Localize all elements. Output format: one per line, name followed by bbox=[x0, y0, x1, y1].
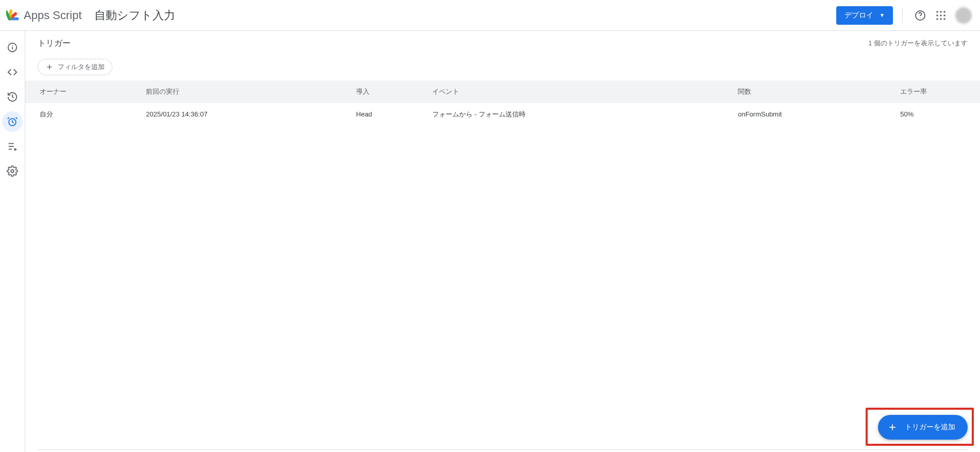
product-name: Apps Script bbox=[24, 9, 82, 22]
th-last-run[interactable]: 前回の実行 bbox=[140, 80, 350, 103]
page-title: トリガー bbox=[38, 38, 71, 49]
trigger-count-text: 1 個のトリガーを表示しています bbox=[868, 39, 968, 48]
cell-function: onFormSubmit bbox=[732, 103, 894, 126]
logo-area[interactable]: Apps Script bbox=[6, 8, 82, 23]
code-icon bbox=[7, 66, 18, 78]
th-owner[interactable]: オーナー bbox=[25, 80, 140, 103]
svg-line-19 bbox=[8, 118, 9, 119]
svg-point-10 bbox=[940, 14, 942, 16]
info-icon bbox=[7, 42, 18, 53]
left-nav bbox=[0, 31, 25, 452]
deploy-label: デプロイ bbox=[844, 11, 873, 20]
fab-label: トリガーを追加 bbox=[905, 423, 955, 432]
svg-point-7 bbox=[940, 11, 942, 13]
project-name[interactable]: 自動シフト入力 bbox=[94, 8, 175, 23]
nav-executions[interactable] bbox=[2, 136, 23, 157]
apps-grid-icon bbox=[935, 9, 947, 22]
svg-point-12 bbox=[936, 18, 938, 20]
svg-point-6 bbox=[936, 11, 938, 13]
triggers-table: オーナー 前回の実行 導入 イベント 関数 エラー率 自分 2025/01/23… bbox=[25, 80, 980, 126]
cell-error-rate: 50% bbox=[894, 103, 980, 126]
add-filter-chip[interactable]: フィルタを追加 bbox=[38, 59, 112, 75]
plus-icon bbox=[45, 63, 54, 71]
cell-event: フォームから - フォーム送信時 bbox=[426, 103, 732, 126]
nav-editor[interactable] bbox=[2, 62, 23, 82]
footer-divider bbox=[38, 449, 968, 450]
history-icon bbox=[7, 91, 18, 103]
apps-launcher-button[interactable] bbox=[931, 5, 951, 26]
cell-last-run: 2025/01/23 14:36:07 bbox=[140, 103, 350, 126]
main-content: トリガー 1 個のトリガーを表示しています フィルタを追加 オーナー 前回の実行… bbox=[25, 31, 980, 452]
svg-point-11 bbox=[943, 14, 945, 16]
svg-point-8 bbox=[943, 11, 945, 13]
add-trigger-button[interactable]: トリガーを追加 bbox=[878, 415, 968, 440]
th-deployment[interactable]: 導入 bbox=[350, 80, 426, 103]
table-row[interactable]: 自分 2025/01/23 14:36:07 Head フォームから - フォー… bbox=[25, 103, 980, 126]
help-icon bbox=[914, 9, 926, 22]
deploy-button[interactable]: デプロイ ▼ bbox=[836, 6, 893, 25]
svg-point-25 bbox=[11, 170, 14, 173]
chevron-down-icon: ▼ bbox=[880, 12, 885, 18]
svg-point-13 bbox=[940, 18, 942, 20]
help-button[interactable] bbox=[910, 5, 931, 26]
nav-settings[interactable] bbox=[2, 161, 23, 181]
cell-deployment: Head bbox=[350, 103, 426, 126]
apps-script-logo-icon bbox=[6, 8, 21, 23]
plus-icon bbox=[887, 422, 898, 432]
svg-marker-24 bbox=[14, 148, 17, 151]
filter-label: フィルタを追加 bbox=[58, 62, 105, 72]
account-avatar[interactable] bbox=[955, 7, 972, 24]
th-event[interactable]: イベント bbox=[426, 80, 732, 103]
svg-point-9 bbox=[936, 14, 938, 16]
th-error-rate[interactable]: エラー率 bbox=[894, 80, 980, 103]
svg-point-14 bbox=[943, 18, 945, 20]
app-header: Apps Script 自動シフト入力 デプロイ ▼ bbox=[0, 0, 980, 31]
triggers-table-wrap: オーナー 前回の実行 導入 イベント 関数 エラー率 自分 2025/01/23… bbox=[25, 80, 980, 452]
alarm-icon bbox=[7, 116, 18, 127]
executions-icon bbox=[7, 141, 18, 152]
svg-line-20 bbox=[15, 118, 17, 119]
svg-point-5 bbox=[920, 18, 921, 19]
svg-point-17 bbox=[12, 45, 13, 46]
nav-overview[interactable] bbox=[2, 37, 23, 58]
cell-owner: 自分 bbox=[25, 103, 140, 126]
nav-executions-history[interactable] bbox=[2, 87, 23, 107]
th-function[interactable]: 関数 bbox=[732, 80, 894, 103]
gear-icon bbox=[7, 165, 18, 177]
nav-triggers[interactable] bbox=[2, 111, 23, 132]
separator bbox=[902, 7, 903, 24]
